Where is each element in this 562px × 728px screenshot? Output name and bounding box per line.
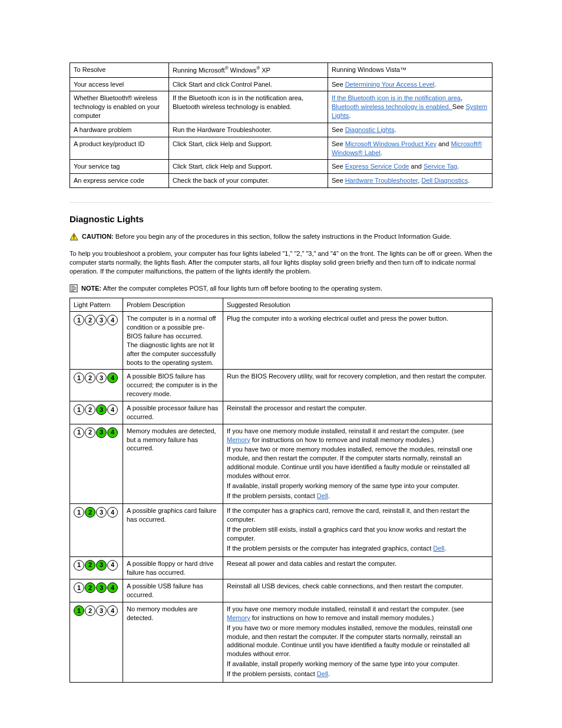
col-vista: Running Windows Vista™	[328, 63, 492, 78]
resolution-item: If you have one memory module installed,…	[227, 427, 488, 444]
led-off-icon: 2	[85, 427, 95, 438]
link[interactable]: Dell Diagnostics	[421, 177, 468, 184]
svg-rect-2	[74, 238, 74, 239]
resolution-cell: If the computer has a graphics card, rem…	[223, 504, 492, 556]
link[interactable]: Memory	[227, 436, 250, 443]
light-pattern-cell: 1234	[70, 579, 123, 602]
link[interactable]: Service Tag	[424, 163, 457, 170]
resolution-cell: Plug the computer into a working electri…	[223, 312, 492, 370]
col-xp: Running Microsoft® Windows® XP	[169, 63, 328, 78]
led-off-icon: 3	[96, 315, 107, 325]
light-pattern-cell: 1234	[70, 556, 123, 579]
led-pattern: 1234	[74, 372, 119, 384]
intro-paragraph: To help you troubleshoot a problem, your…	[70, 249, 492, 276]
cell: See Diagnostic Lights.	[328, 123, 492, 137]
cell: See Hardware Troubleshooter, Dell Diagno…	[328, 174, 492, 188]
light-pattern-cell: 1234	[70, 401, 123, 424]
resolution-item: If the problem persists, contact Dell.	[227, 492, 488, 500]
link[interactable]: If the Bluetooth icon is in the notifica…	[332, 94, 461, 101]
led-on-icon: 4	[107, 427, 118, 438]
svg-rect-1	[74, 235, 74, 238]
resolution-item: If the problem still exists, install a g…	[227, 525, 488, 543]
cell: If the Bluetooth icon is in the notifica…	[169, 91, 328, 123]
led-off-icon: 4	[107, 605, 118, 616]
led-off-icon: 1	[74, 507, 84, 518]
led-off-icon: 3	[96, 605, 107, 616]
resolution-cell: If you have one memory module installed,…	[223, 424, 492, 504]
note-icon	[70, 284, 78, 292]
section-divider	[70, 202, 492, 203]
resolution-item: If you have one memory module installed,…	[227, 605, 488, 622]
note-text: NOTE: After the computer completes POST,…	[81, 284, 382, 293]
link[interactable]: Dell	[433, 545, 444, 552]
resolution-item: Run the BIOS Recovery utility, wait for …	[227, 372, 488, 381]
col-resolve: To Resolve	[70, 63, 169, 78]
table-row: Whether Bluetooth® wireless technology i…	[70, 91, 492, 123]
led-off-icon: 1	[74, 427, 84, 438]
cell: A product key/product ID	[70, 137, 169, 160]
led-on-icon: 3	[96, 427, 107, 438]
led-on-icon: 3	[96, 582, 107, 593]
led-on-icon: 4	[107, 373, 118, 383]
resolution-item: If the problem persists, contact Dell.	[227, 670, 488, 678]
col-resolution: Suggested Resolution	[223, 298, 492, 312]
table-row: 1234A possible graphics card failure has…	[70, 504, 492, 556]
problem-cell: A possible floppy or hard drive failure …	[123, 556, 223, 579]
cell: If the Bluetooth icon is in the notifica…	[328, 91, 492, 123]
resolution-item: If the problem persists or the computer …	[227, 544, 488, 553]
light-pattern-cell: 1234	[70, 602, 123, 683]
led-off-icon: 1	[74, 582, 84, 593]
resolution-cell: Run the BIOS Recovery utility, wait for …	[223, 370, 492, 401]
problem-cell: No memory modules are detected.	[123, 602, 223, 683]
light-pattern-cell: 1234	[70, 370, 123, 401]
link[interactable]: Memory	[227, 614, 250, 621]
link[interactable]: Dell	[317, 670, 328, 677]
table-row: 1234A possible processor failure has occ…	[70, 401, 492, 424]
col-light-pattern: Light Pattern	[70, 298, 123, 312]
diagnostic-lights-table: Light Pattern Problem Description Sugges…	[70, 298, 492, 683]
resolution-item: If available, install properly working m…	[227, 660, 488, 668]
light-pattern-cell: 1234	[70, 312, 123, 370]
link[interactable]: Hardware Troubleshooter	[345, 177, 418, 184]
resolution-item: If you have two or more memory modules i…	[227, 445, 488, 480]
caution-icon	[70, 233, 78, 241]
link[interactable]: Diagnostic Lights	[345, 126, 395, 133]
led-off-icon: 2	[85, 315, 95, 325]
problem-cell: A possible graphics card failure has occ…	[123, 504, 223, 556]
led-off-icon: 3	[96, 373, 107, 383]
table-row: An express service codeCheck the back of…	[70, 174, 492, 188]
led-off-icon: 2	[85, 605, 95, 616]
table-row: 1234A possible floppy or hard drive fail…	[70, 556, 492, 579]
resolution-item: Reseat all power and data cables and res…	[227, 559, 488, 568]
table-row: 1234The computer is in a normal off cond…	[70, 312, 492, 370]
caution: CAUTION: Before you begin any of the pro…	[70, 232, 492, 241]
led-pattern: 1234	[74, 404, 119, 416]
section-title: Diagnostic Lights	[70, 213, 492, 225]
table-row: 1234A possible USB failure has occurred.…	[70, 579, 492, 602]
led-pattern: 1234	[74, 314, 119, 326]
cell: Whether Bluetooth® wireless technology i…	[70, 91, 169, 123]
light-pattern-cell: 1234	[70, 424, 123, 504]
cell: Run the Hardware Troubleshooter.	[169, 123, 328, 137]
link[interactable]: Bluetooth wireless technology is enabled…	[332, 103, 452, 110]
led-off-icon: 1	[74, 560, 84, 571]
resolution-item: Plug the computer into a working electri…	[227, 314, 488, 323]
resolution-item: If the computer has a graphics card, rem…	[227, 506, 488, 524]
led-on-icon: 2	[85, 560, 95, 571]
light-pattern-cell: 1234	[70, 504, 123, 556]
led-pattern: 1234	[74, 427, 119, 439]
link[interactable]: Express Service Code	[345, 163, 409, 170]
cell: Click Start, click Help and Support.	[169, 160, 328, 174]
led-on-icon: 1	[74, 605, 84, 616]
led-off-icon: 4	[107, 560, 118, 571]
cell: Click Start, click Help and Support.	[169, 137, 328, 160]
cell: See Determining Your Access Level.	[328, 77, 492, 91]
link[interactable]: Microsoft Windows Product Key	[345, 140, 437, 147]
table-row: 1234A possible BIOS failure has occurred…	[70, 370, 492, 401]
link[interactable]: Determining Your Access Level	[345, 81, 435, 88]
resolution-item: If you have two or more memory modules i…	[227, 624, 488, 658]
led-off-icon: 4	[107, 315, 118, 325]
link[interactable]: Dell	[317, 492, 328, 499]
led-off-icon: 1	[74, 373, 84, 383]
led-off-icon: 1	[74, 404, 84, 415]
